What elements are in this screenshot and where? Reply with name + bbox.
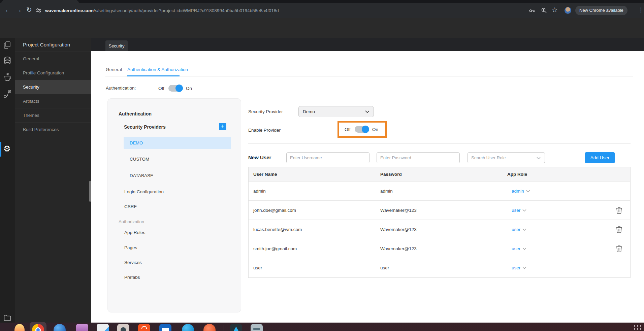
cell-username: lucas.benette@wm.com	[253, 220, 302, 239]
back-icon[interactable]: ←	[5, 7, 11, 13]
url-bar[interactable]: wavemakeronline.com/s/settings/security/…	[45, 3, 279, 18]
tab-authentication-authorization[interactable]: Authentication & Authorization	[127, 67, 188, 72]
workspace-tab-bar: Security	[91, 38, 644, 51]
new-user-password-input[interactable]	[377, 152, 460, 163]
sidebar-title: Project Configuration	[15, 38, 91, 52]
password-key-icon[interactable]	[529, 8, 536, 14]
add-provider-button[interactable]: +	[219, 123, 226, 130]
chevron-down-icon	[522, 209, 526, 211]
skype-icon[interactable]	[182, 324, 194, 331]
provider-item-custom[interactable]: CUSTOM	[130, 157, 149, 162]
active-rail-indicator	[0, 142, 1, 157]
security-provider-label: Security Provider	[248, 109, 283, 114]
delete-user-icon[interactable]	[616, 226, 622, 233]
sidebar-item-general[interactable]: General	[15, 52, 91, 66]
nav-item-app-roles[interactable]: App Roles	[124, 230, 145, 235]
cell-password: user	[380, 258, 389, 277]
security-provider-select[interactable]: Demo	[298, 106, 374, 117]
nav-item-pages[interactable]: Pages	[124, 245, 137, 250]
wps-office-icon[interactable]	[159, 324, 171, 331]
bookmark-star-icon[interactable]: ☆	[552, 6, 558, 13]
authentication-section-heading: Authentication	[119, 111, 152, 117]
enable-provider-off-label: Off	[345, 127, 351, 132]
active-tab-underline	[127, 75, 180, 76]
java-service-icon[interactable]	[3, 73, 11, 81]
folder-icon[interactable]	[4, 315, 11, 321]
provider-item-demo[interactable]: DEMO	[124, 137, 231, 149]
sidebar-item-security[interactable]: Security	[15, 80, 91, 94]
tab-general[interactable]: General	[106, 67, 122, 72]
enable-provider-on-label: On	[372, 127, 378, 132]
table-row: smith.joe@gmail.com Wavemaker@123 user	[249, 239, 630, 258]
role-dropdown[interactable]: user	[512, 220, 526, 239]
sidebar-item-artifacts[interactable]: Artifacts	[15, 94, 91, 108]
new-user-username-input[interactable]	[286, 152, 369, 163]
users-table: User Name Password App Role admin admin …	[248, 167, 631, 278]
drawing-tool-icon[interactable]	[230, 324, 242, 331]
section-divider	[248, 143, 631, 144]
role-select-placeholder: Search User Role	[471, 155, 506, 160]
header-password: Password	[380, 167, 402, 181]
enable-provider-toggle[interactable]	[355, 126, 369, 133]
url-domain: wavemakeronline.com	[45, 8, 94, 13]
dock-divider	[224, 325, 224, 331]
app-grid-icon[interactable]	[634, 325, 642, 330]
reload-icon[interactable]: ↻	[26, 6, 32, 13]
screen: ← → ↻ wavemakeronline.com/s/settings/sec…	[0, 0, 644, 331]
chrome-update-chip[interactable]: New Chrome available	[575, 6, 627, 15]
sidebar-item-themes[interactable]: Themes	[15, 108, 91, 122]
app-store-icon[interactable]	[138, 324, 150, 331]
nav-item-csrf[interactable]: CSRF	[124, 204, 137, 209]
role-dropdown[interactable]: admin	[512, 181, 530, 201]
firefox-icon[interactable]	[203, 324, 216, 331]
cell-username: smith.joe@gmail.com	[253, 239, 297, 258]
cell-username: user	[253, 258, 262, 277]
files-folder-icon[interactable]	[76, 324, 88, 331]
new-user-role-select[interactable]: Search User Role	[468, 152, 545, 163]
sidebar-item-build-preferences[interactable]: Build Preferences	[15, 122, 91, 136]
role-dropdown[interactable]: user	[512, 201, 526, 220]
nav-item-services[interactable]: Services	[124, 260, 142, 265]
authentication-off-label: Off	[158, 86, 164, 91]
forward-icon[interactable]: →	[15, 7, 22, 13]
browser-profile-avatar[interactable]	[565, 7, 571, 14]
add-user-button[interactable]: Add User	[585, 152, 615, 163]
chevron-down-icon	[526, 190, 530, 192]
browser-tab-strip	[0, 0, 644, 3]
browser-toolbar: ← → ↻ wavemakeronline.com/s/settings/sec…	[0, 3, 644, 18]
database-icon[interactable]	[4, 57, 11, 65]
sidebar-item-profile-configuration[interactable]: Profile Configuration	[15, 66, 91, 80]
chevron-down-icon	[522, 228, 526, 231]
archive-manager-icon[interactable]	[251, 324, 263, 331]
cell-username: admin	[253, 181, 266, 201]
provider-item-database[interactable]: DATABASE	[130, 173, 153, 178]
role-dropdown[interactable]: user	[512, 258, 526, 277]
browser-active-tab[interactable]	[1, 0, 79, 3]
authentication-toggle[interactable]	[168, 85, 183, 92]
new-user-label: New User	[248, 155, 271, 160]
authentication-on-label: On	[186, 86, 192, 91]
cell-password: Wavemaker@123	[380, 201, 417, 220]
highlight-annotation-box: Off On	[337, 121, 387, 138]
zoom-icon[interactable]	[541, 7, 547, 13]
site-settings-icon[interactable]	[36, 7, 42, 13]
select-chevron-down-icon	[365, 110, 369, 113]
delete-user-icon[interactable]	[616, 207, 622, 214]
pages-icon[interactable]	[4, 41, 11, 49]
header-app-role: App Role	[507, 167, 527, 181]
users-table-header: User Name Password App Role	[249, 167, 630, 181]
thunderbird-icon[interactable]	[54, 324, 66, 331]
orchestration-icon[interactable]	[4, 90, 11, 98]
sidebar-scrollbar[interactable]	[89, 181, 91, 202]
flame-app-icon[interactable]	[14, 324, 25, 331]
settings-gear-icon[interactable]: ⚙	[3, 144, 11, 153]
browser-menu-icon[interactable]: ⋮	[638, 7, 644, 13]
role-dropdown[interactable]: user	[512, 239, 526, 258]
text-editor-icon[interactable]	[97, 324, 109, 331]
nav-item-prefabs[interactable]: Prefabs	[124, 275, 140, 280]
url-path: /s/settings/security/auth/provider?proje…	[94, 8, 279, 13]
delete-user-icon[interactable]	[616, 245, 622, 252]
workspace-tab-security[interactable]: Security	[105, 40, 128, 51]
camera-app-icon[interactable]	[117, 324, 129, 331]
nav-item-login-configuration[interactable]: Login Configuration	[124, 189, 164, 194]
